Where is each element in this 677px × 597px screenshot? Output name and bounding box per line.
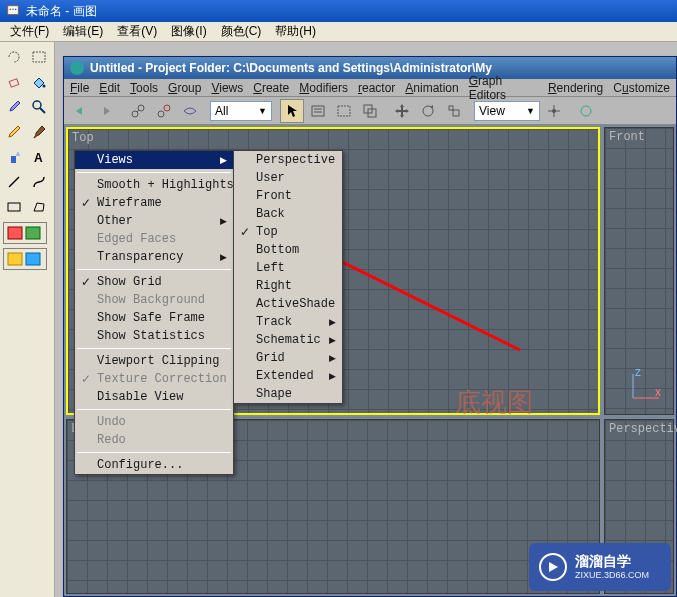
svg-point-10: [17, 152, 18, 153]
svg-rect-9: [11, 156, 16, 163]
ctx-item-disable-view[interactable]: Disable View: [75, 388, 233, 406]
3dsmax-titlebar: Untitled - Project Folder: C:\Documents …: [64, 57, 676, 79]
3dsmax-title: Untitled - Project Folder: C:\Documents …: [90, 61, 492, 75]
eraser-tool[interactable]: [3, 71, 25, 93]
ctx-item-show-grid[interactable]: Show Grid✓: [75, 273, 233, 291]
max-menu-views[interactable]: Views: [211, 81, 243, 95]
views-submenu[interactable]: PerspectiveUserFrontBackTop✓BottomLeftRi…: [233, 150, 343, 404]
use-pivot-center-button[interactable]: [542, 99, 566, 123]
views-item-top[interactable]: Top✓: [234, 223, 342, 241]
max-menu-modifiers[interactable]: Modifiers: [299, 81, 348, 95]
max-menu-graph-editors[interactable]: Graph Editors: [469, 74, 538, 102]
max-menu-file[interactable]: File: [70, 81, 89, 95]
svg-rect-25: [312, 106, 324, 116]
select-rotate-button[interactable]: [416, 99, 440, 123]
svg-line-22: [137, 110, 139, 112]
views-item-front[interactable]: Front: [234, 187, 342, 205]
ctx-item-configure-[interactable]: Configure...: [75, 456, 233, 474]
svg-point-2: [12, 8, 14, 10]
paint-menu-view[interactable]: 查看(V): [111, 21, 163, 42]
paint-menubar[interactable]: 文件(F) 编辑(E) 查看(V) 图像(I) 颜色(C) 帮助(H): [0, 22, 677, 42]
views-item-back[interactable]: Back: [234, 205, 342, 223]
svg-rect-19: [26, 253, 40, 265]
svg-point-23: [158, 111, 164, 117]
views-item-perspective[interactable]: Perspective: [234, 151, 342, 169]
max-menu-rendering[interactable]: Rendering: [548, 81, 603, 95]
svg-point-24: [164, 105, 170, 111]
svg-rect-18: [8, 253, 22, 265]
views-item-user[interactable]: User: [234, 169, 342, 187]
line-tool[interactable]: [3, 171, 25, 193]
ctx-item-viewport-clipping[interactable]: Viewport Clipping: [75, 352, 233, 370]
rectangle-tool[interactable]: [3, 196, 25, 218]
ctx-item-wireframe[interactable]: Wireframe✓: [75, 194, 233, 212]
text-tool[interactable]: A: [28, 146, 50, 168]
window-crossing-button[interactable]: [358, 99, 382, 123]
ctx-item-show-safe-frame[interactable]: Show Safe Frame: [75, 309, 233, 327]
paint-menu-color[interactable]: 颜色(C): [215, 21, 268, 42]
select-object-button[interactable]: [280, 99, 304, 123]
unlink-button[interactable]: [152, 99, 176, 123]
rect-select-region-button[interactable]: [332, 99, 356, 123]
viewport-front[interactable]: Front zx: [604, 127, 674, 415]
spray-tool[interactable]: [3, 146, 25, 168]
max-menu-group[interactable]: Group: [168, 81, 201, 95]
paint-menu-help[interactable]: 帮助(H): [269, 21, 322, 42]
views-item-schematic[interactable]: Schematic▶: [234, 331, 342, 349]
fill-tool[interactable]: [28, 71, 50, 93]
views-item-track[interactable]: Track▶: [234, 313, 342, 331]
views-item-extended[interactable]: Extended▶: [234, 367, 342, 385]
freeform-select-tool[interactable]: [3, 46, 25, 68]
ctx-item-other[interactable]: Other▶: [75, 212, 233, 230]
play-icon: [539, 553, 567, 581]
pencil-tool[interactable]: [3, 121, 25, 143]
eyedropper-tool[interactable]: [3, 96, 25, 118]
undo-button[interactable]: [68, 99, 92, 123]
select-by-name-button[interactable]: [306, 99, 330, 123]
selection-filter-combo[interactable]: All▼: [210, 101, 272, 121]
ctx-item-smooth-highlights[interactable]: Smooth + Highlights: [75, 176, 233, 194]
ctx-item-texture-correction: Texture Correction✓: [75, 370, 233, 388]
select-manipulate-button[interactable]: [574, 99, 598, 123]
max-menu-tools[interactable]: Tools: [130, 81, 158, 95]
ctx-item-separator: [77, 172, 231, 173]
paint-menu-edit[interactable]: 编辑(E): [57, 21, 109, 42]
views-item-grid[interactable]: Grid▶: [234, 349, 342, 367]
watermark-badge: 溜溜自学ZIXUE.3D66.COM: [529, 543, 671, 591]
paint-menu-file[interactable]: 文件(F): [4, 21, 55, 42]
views-item-bottom[interactable]: Bottom: [234, 241, 342, 259]
views-item-shape[interactable]: Shape: [234, 385, 342, 403]
curve-tool[interactable]: [28, 171, 50, 193]
max-menu-reactor[interactable]: reactor: [358, 81, 395, 95]
svg-rect-32: [449, 106, 453, 110]
viewport-context-menu[interactable]: Views▶Smooth + HighlightsWireframe✓Other…: [74, 150, 234, 475]
ctx-item-views[interactable]: Views▶: [75, 151, 233, 169]
ctx-item-show-statistics[interactable]: Show Statistics: [75, 327, 233, 345]
paint-app-icon: [6, 4, 20, 18]
views-item-right[interactable]: Right: [234, 277, 342, 295]
svg-text:z: z: [635, 366, 641, 379]
max-menu-edit[interactable]: Edit: [99, 81, 120, 95]
select-scale-button[interactable]: [442, 99, 466, 123]
paint-toolbox: A: [0, 42, 55, 597]
ctx-item-show-background: Show Background: [75, 291, 233, 309]
3dsmax-menubar[interactable]: FileEditToolsGroupViewsCreateModifiersre…: [64, 79, 676, 97]
views-item-activeshade[interactable]: ActiveShade: [234, 295, 342, 313]
paint-menu-image[interactable]: 图像(I): [165, 21, 212, 42]
ctx-item-transparency[interactable]: Transparency▶: [75, 248, 233, 266]
link-button[interactable]: [126, 99, 150, 123]
magnify-tool[interactable]: [28, 96, 50, 118]
bind-space-warp-button[interactable]: [178, 99, 202, 123]
max-menu-animation[interactable]: Animation: [405, 81, 458, 95]
views-item-left[interactable]: Left: [234, 259, 342, 277]
max-menu-customize[interactable]: Customize: [613, 81, 670, 95]
rect-select-tool[interactable]: [28, 46, 50, 68]
ref-coord-combo[interactable]: View▼: [474, 101, 540, 121]
brush-tool[interactable]: [28, 121, 50, 143]
polygon-tool[interactable]: [28, 196, 50, 218]
max-menu-create[interactable]: Create: [253, 81, 289, 95]
select-move-button[interactable]: [390, 99, 414, 123]
redo-button[interactable]: [94, 99, 118, 123]
tool-preview-1: [3, 222, 47, 244]
svg-point-3: [15, 8, 17, 10]
